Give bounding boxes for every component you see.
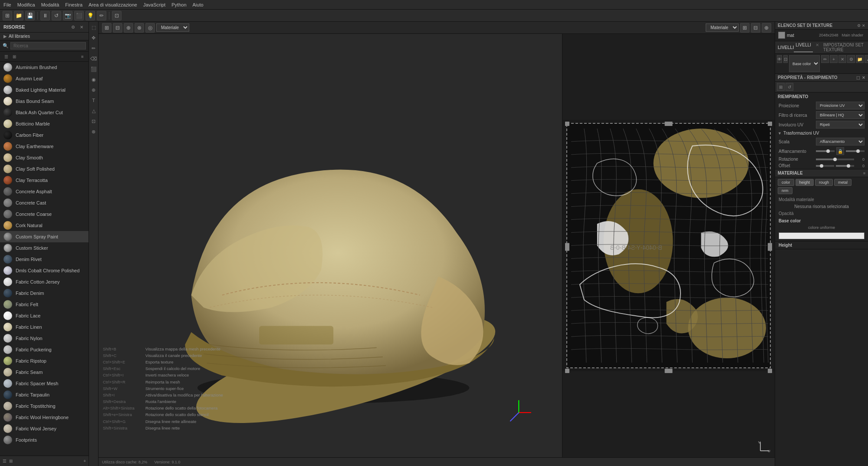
tool-select[interactable]: ⬚ xyxy=(90,23,98,31)
toolbar-light[interactable]: 💡 xyxy=(85,11,95,20)
center-tool-2[interactable]: ⊟ xyxy=(113,23,122,33)
toolbar-new[interactable]: ⊞ xyxy=(3,11,12,20)
mat-tab-nrm[interactable]: nrm xyxy=(778,187,792,194)
material-item-fabric-felt[interactable]: Fabric Felt xyxy=(0,299,89,310)
center-tool-r1[interactable]: ⊞ xyxy=(740,23,750,33)
material-item-fabric-seam[interactable]: Fabric Seam xyxy=(0,367,89,378)
affiancamento-lock[interactable]: 🔒 xyxy=(836,147,844,155)
material-item-fabric-ripstop[interactable]: Fabric Ripstop xyxy=(0,355,89,367)
material-item-fabric-denim[interactable]: Fabric Denim xyxy=(0,288,89,299)
material-item-concrete-asphalt[interactable]: Concrete Asphalt xyxy=(0,186,89,197)
offset-slider1[interactable] xyxy=(816,165,834,167)
center-tool-5[interactable]: ◎ xyxy=(145,23,155,33)
menu-area-visualizzazione[interactable]: Area di visualizzazione xyxy=(89,2,137,7)
viewport-3d-dropdown[interactable]: Materiale xyxy=(156,23,189,32)
material-item-aluminium-brushed[interactable]: Aluminium Brushed xyxy=(0,62,89,73)
toolbar-pause[interactable]: ⏸ xyxy=(40,11,50,20)
mat-tab-color[interactable]: color xyxy=(778,179,794,186)
tool-measure[interactable]: ⊡ xyxy=(90,117,98,125)
material-item-denim-rivet[interactable]: Denim Rivet xyxy=(0,254,89,265)
layer-up-icon[interactable]: ▲ xyxy=(865,55,868,63)
sidebar-bottom-icon1[interactable]: ☰ xyxy=(3,459,7,463)
material-item-black-ash-quarter-cut[interactable]: Black Ash Quarter Cut xyxy=(0,107,89,118)
tool-eraser[interactable]: ⌫ xyxy=(90,55,98,63)
layer-folder-icon[interactable]: 📁 xyxy=(856,55,864,63)
menu-modifica[interactable]: Modifica xyxy=(17,2,35,7)
material-item-cork-natural[interactable]: Cork Natural xyxy=(0,220,89,231)
center-tool-1[interactable]: ⊞ xyxy=(102,23,112,33)
toolbar-extra1[interactable]: ⊡ xyxy=(112,11,122,20)
rotazione-slider[interactable] xyxy=(816,159,854,160)
center-tool-r2[interactable]: ⊟ xyxy=(751,23,760,33)
tool-smudge[interactable]: ⊕ xyxy=(90,86,98,94)
material-item-fabric-wool-jersey[interactable]: Fabric Wool Jersey xyxy=(0,423,89,434)
transforms-expand[interactable]: ▼ xyxy=(778,131,782,136)
center-tool-3[interactable]: ⊕ xyxy=(124,23,133,33)
filtro-select[interactable]: Bilineare | HQ xyxy=(816,111,865,119)
material-item-carbon-fiber[interactable]: Carbon Fiber xyxy=(0,129,89,141)
offset-slider2[interactable] xyxy=(836,165,854,167)
center-tool-4[interactable]: ⊗ xyxy=(135,23,144,33)
viewport-3d[interactable]: Shift+BVisualizza mappa della mesh prece… xyxy=(99,34,562,457)
prop-tab-1[interactable]: ⊞ xyxy=(777,83,785,91)
layer-ctrl-lock[interactable]: ⊡ xyxy=(783,55,788,63)
tool-geometry[interactable]: △ xyxy=(90,107,98,115)
sidebar-close-icon[interactable]: ✕ xyxy=(78,23,85,30)
layer-ctrl-visibility[interactable]: 👁 xyxy=(777,55,782,63)
tool-move[interactable]: ✥ xyxy=(90,34,98,42)
affiancamento-slider[interactable] xyxy=(816,150,835,152)
sidebar-bottom-plus[interactable]: + xyxy=(83,459,86,463)
prop-tab-2[interactable]: ↺ xyxy=(786,83,793,91)
layer-delete-icon[interactable]: ✕ xyxy=(838,55,846,63)
material-item-fabric-nylon[interactable]: Fabric Nylon xyxy=(0,333,89,344)
texture-set-row[interactable]: mat 2048x2048 Main shader xyxy=(776,31,867,40)
material-item-fabric-spacer-mesh[interactable]: Fabric Spacer Mesh xyxy=(0,378,89,389)
material-item-custom-sticker[interactable]: Custom Sticker xyxy=(0,242,89,254)
layer-channel-select[interactable]: Base color xyxy=(789,55,820,72)
search-input[interactable] xyxy=(10,42,86,50)
material-item-fabric-topstitching[interactable]: Fabric Topstitching xyxy=(0,400,89,412)
viewport-uv[interactable]: B-0404-Y-S4-B-0-B U V xyxy=(562,34,775,457)
toolbar-brush[interactable]: ✏ xyxy=(97,11,106,20)
layer-settings-icon[interactable]: ⚙ xyxy=(847,55,855,63)
sidebar-icon-filter[interactable]: ≡ xyxy=(79,53,86,60)
tab-levels[interactable]: LIVELLI xyxy=(794,43,813,52)
sidebar-icon-grid[interactable]: ⊞ xyxy=(11,53,18,60)
menu-javascript[interactable]: JavaScript xyxy=(143,2,165,7)
menu-file[interactable]: File xyxy=(3,2,11,7)
color-swatch[interactable] xyxy=(779,232,865,239)
material-item-footprints[interactable]: Footprints xyxy=(0,434,89,446)
texture-set-settings-icon[interactable]: ⚙ xyxy=(857,23,861,28)
toolbar-open[interactable]: 📁 xyxy=(14,11,23,20)
material-item-clay-earthenware[interactable]: Clay Earthenware xyxy=(0,141,89,152)
center-tool-r3[interactable]: ⊕ xyxy=(762,23,771,33)
material-item-botticino-marble[interactable]: Botticino Marble xyxy=(0,118,89,129)
material-settings-icon[interactable]: ≡ xyxy=(863,171,865,175)
material-item-fabric-lace[interactable]: Fabric Lace xyxy=(0,310,89,321)
proiezione-select[interactable]: Proiezione UV xyxy=(816,102,865,109)
menu-finestra[interactable]: Finestra xyxy=(65,2,82,7)
material-item-clay-soft-polished[interactable]: Clay Soft Polished xyxy=(0,163,89,175)
toolbar-replay[interactable]: ↺ xyxy=(52,11,61,20)
prop-expand-icon[interactable]: ⬚ xyxy=(856,76,860,80)
prop-close-icon[interactable]: ✕ xyxy=(862,76,865,80)
layer-add-icon[interactable]: + xyxy=(830,55,838,63)
menu-aiuto[interactable]: Aiuto xyxy=(193,2,204,7)
toolbar-cam[interactable]: 📷 xyxy=(63,11,72,20)
material-item-fabric-tarpaulin[interactable]: Fabric Tarpaulin xyxy=(0,389,89,400)
material-item-fabric-puckering[interactable]: Fabric Puckering xyxy=(0,344,89,355)
material-item-concrete-cast[interactable]: Concrete Cast xyxy=(0,197,89,208)
scala-select[interactable]: Affiancamento xyxy=(816,138,865,145)
tool-text[interactable]: T xyxy=(90,96,98,104)
material-item-clay-terracotta[interactable]: Clay Terracotta xyxy=(0,175,89,186)
mat-tab-height[interactable]: height xyxy=(796,179,814,186)
sidebar-settings-icon[interactable]: ⚙ xyxy=(69,23,76,30)
tool-bake[interactable]: ⊗ xyxy=(90,128,98,136)
toolbar-save[interactable]: 💾 xyxy=(25,11,35,20)
texture-set-close-icon[interactable]: ✕ xyxy=(862,23,865,28)
material-item-fabric-wool-herringbone[interactable]: Fabric Wool Herringbone xyxy=(0,412,89,423)
viewport-uv-dropdown[interactable]: Materiale xyxy=(706,23,739,32)
involucrouv-select[interactable]: Ripeti xyxy=(816,121,865,129)
tool-brush[interactable]: ✏ xyxy=(90,44,98,52)
mat-tab-rough[interactable]: rough xyxy=(815,179,833,186)
